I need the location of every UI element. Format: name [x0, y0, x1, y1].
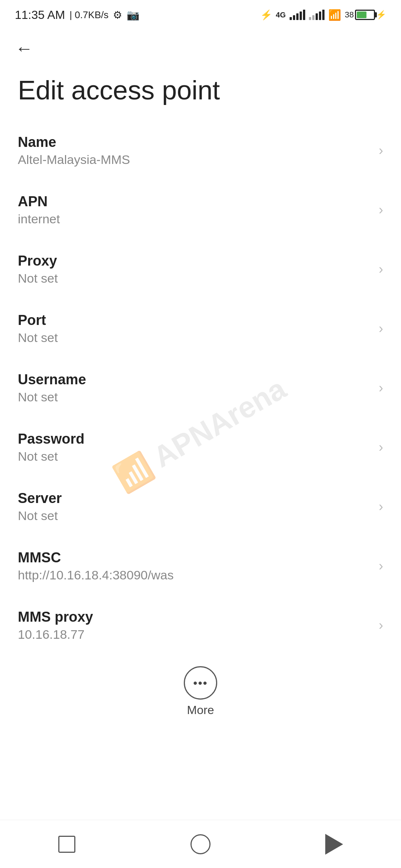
signal-bars-2: [309, 10, 325, 20]
status-time: 11:35 AM: [15, 8, 65, 22]
back-button[interactable]: ←: [11, 35, 37, 61]
settings-item-title-apn: APN: [18, 194, 371, 210]
battery-fill: [357, 11, 366, 18]
back-arrow-icon: ←: [15, 38, 33, 59]
more-label: More: [187, 703, 214, 717]
status-right: ⚡ 4G 📶 38 ⚡: [260, 9, 386, 21]
settings-item-value-proxy: Not set: [18, 271, 371, 286]
settings-item-value-username: Not set: [18, 390, 371, 404]
settings-item-title-proxy: Proxy: [18, 253, 371, 269]
chevron-right-icon-server: ›: [379, 499, 383, 514]
bottom-nav: [0, 820, 401, 868]
settings-item-title-mms-proxy: MMS proxy: [18, 609, 371, 625]
page-title-container: Edit access point: [0, 67, 401, 121]
camera-icon: 📷: [127, 9, 140, 21]
settings-item-content-mms-proxy: MMS proxy 10.16.18.77: [18, 609, 371, 642]
settings-item-username[interactable]: Username Not set ›: [0, 358, 401, 418]
chevron-right-icon-mmsc: ›: [379, 558, 383, 574]
settings-item-content-username: Username Not set: [18, 372, 371, 404]
settings-item-value-port: Not set: [18, 331, 371, 345]
settings-item-title-server: Server: [18, 490, 371, 506]
settings-item-server[interactable]: Server Not set ›: [0, 477, 401, 536]
signal-bars-1: [290, 10, 305, 20]
page-title: Edit access point: [18, 74, 383, 106]
status-bar: 11:35 AM | 0.7KB/s ⚙ 📷 ⚡ 4G 📶 38 ⚡: [0, 0, 401, 30]
chevron-right-icon-username: ›: [379, 380, 383, 396]
settings-item-apn[interactable]: APN internet ›: [0, 180, 401, 240]
settings-item-content-server: Server Not set: [18, 490, 371, 523]
settings-item-title-mmsc: MMSC: [18, 550, 371, 566]
chevron-right-icon-port: ›: [379, 321, 383, 336]
wifi-icon: 📶: [328, 9, 341, 21]
bolt-icon: ⚡: [376, 10, 386, 20]
status-left: 11:35 AM | 0.7KB/s ⚙ 📷: [15, 8, 140, 22]
battery: 38 ⚡: [345, 10, 386, 20]
4g-label: 4G: [276, 11, 286, 19]
settings-item-title-port: Port: [18, 312, 371, 328]
settings-list: Name Altel-Malaysia-MMS › APN internet ›…: [0, 121, 401, 655]
settings-item-value-name: Altel-Malaysia-MMS: [18, 152, 371, 167]
settings-icon: ⚙: [113, 9, 122, 21]
settings-item-value-apn: internet: [18, 212, 371, 226]
settings-item-value-mms-proxy: 10.16.18.77: [18, 627, 371, 642]
chevron-right-icon-proxy: ›: [379, 262, 383, 277]
chevron-right-icon-mms-proxy: ›: [379, 618, 383, 633]
chevron-right-icon-apn: ›: [379, 202, 383, 218]
settings-item-title-name: Name: [18, 134, 371, 150]
settings-item-content-password: Password Not set: [18, 431, 371, 464]
settings-item-proxy[interactable]: Proxy Not set ›: [0, 240, 401, 299]
settings-item-content-mmsc: MMSC http://10.16.18.4:38090/was: [18, 550, 371, 582]
settings-item-title-password: Password: [18, 431, 371, 447]
settings-item-port[interactable]: Port Not set ›: [0, 299, 401, 358]
nav-home-button[interactable]: [182, 829, 219, 859]
nav-back-button[interactable]: [316, 829, 353, 859]
chevron-right-icon-password: ›: [379, 440, 383, 455]
top-nav: ←: [0, 30, 401, 67]
network-speed: | 0.7KB/s: [69, 9, 108, 21]
nav-recents-button[interactable]: [48, 829, 85, 859]
settings-item-name[interactable]: Name Altel-Malaysia-MMS ›: [0, 121, 401, 180]
settings-item-value-mmsc: http://10.16.18.4:38090/was: [18, 568, 371, 582]
more-dots-icon: •••: [193, 677, 208, 689]
battery-percent: 38: [345, 10, 354, 20]
back-icon: [325, 834, 343, 855]
settings-item-content-port: Port Not set: [18, 312, 371, 345]
more-button[interactable]: •••: [184, 666, 217, 700]
battery-box: [355, 10, 375, 20]
settings-item-mmsc[interactable]: MMSC http://10.16.18.4:38090/was ›: [0, 536, 401, 596]
settings-item-mms-proxy[interactable]: MMS proxy 10.16.18.77 ›: [0, 596, 401, 655]
settings-item-value-server: Not set: [18, 509, 371, 523]
settings-item-title-username: Username: [18, 372, 371, 388]
settings-item-content-apn: APN internet: [18, 194, 371, 226]
chevron-right-icon-name: ›: [379, 143, 383, 158]
home-icon: [190, 834, 211, 854]
more-button-container: ••• More: [0, 655, 401, 728]
bluetooth-icon: ⚡: [260, 9, 272, 21]
settings-item-value-password: Not set: [18, 449, 371, 464]
settings-item-password[interactable]: Password Not set ›: [0, 418, 401, 477]
settings-item-content-name: Name Altel-Malaysia-MMS: [18, 134, 371, 167]
recents-icon: [58, 836, 75, 853]
settings-item-content-proxy: Proxy Not set: [18, 253, 371, 286]
